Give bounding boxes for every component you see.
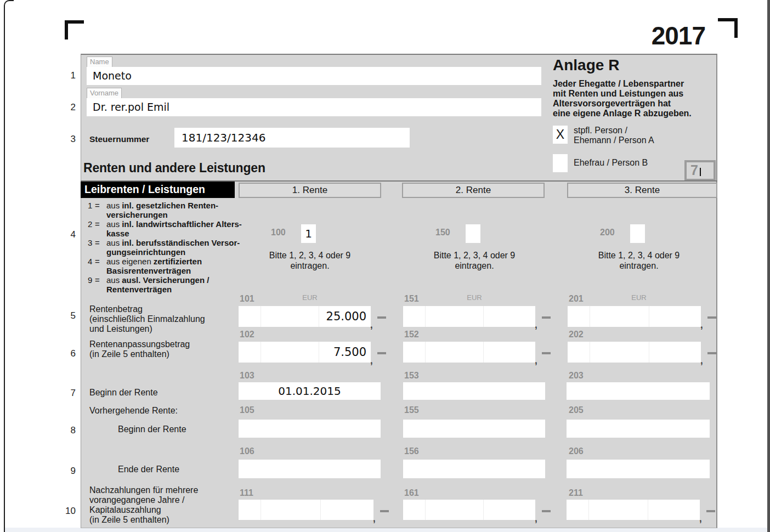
date-input-156[interactable] xyxy=(403,460,545,478)
code-hint-col1: Bitte 1, 2, 3, 4 oder 9 eintragen. xyxy=(244,250,376,271)
date-input-103[interactable]: 01.01.2015 xyxy=(239,382,381,400)
page-badge-value: 7 xyxy=(690,162,698,178)
legend-eq: = xyxy=(95,275,106,285)
amount-input-152[interactable] xyxy=(403,342,535,363)
legend-eq: = xyxy=(95,219,106,229)
legend-bold: zertifizierten xyxy=(154,257,202,266)
page-bottom-strip xyxy=(5,528,767,532)
legend-normal: aus xyxy=(106,238,120,247)
cents-dash xyxy=(377,316,386,319)
decimal-comma: , xyxy=(699,512,703,523)
amount-input-111[interactable] xyxy=(239,500,373,520)
legend-cont: Basisrentenverträgen xyxy=(106,266,247,275)
cents-dash xyxy=(542,316,551,319)
amount-input-102[interactable]: 7.500 xyxy=(239,342,371,363)
ende-der-rente-label: Ende der Rente xyxy=(118,465,179,474)
field-number-152: 152 xyxy=(404,330,419,339)
date-input-203[interactable] xyxy=(567,382,710,400)
line-number-10: 10 xyxy=(55,506,76,517)
table-header-leibrenten: Leibrenten / Leistungen xyxy=(81,182,235,198)
field-number-156: 156 xyxy=(404,446,419,456)
legend-eq: = xyxy=(95,257,106,266)
label-line: (einschließlich Einmalzahlung xyxy=(89,314,205,324)
decimal-comma: , xyxy=(700,354,704,365)
year-label: 2017 xyxy=(629,21,705,50)
cents-dash xyxy=(542,510,551,512)
code-hint-line1: Bitte 1, 2, 3, 4 oder 9 xyxy=(244,250,376,261)
anlage-r-title: Anlage R xyxy=(553,56,619,74)
anlage-note-line: mit Renten und Leistungen aus xyxy=(553,89,717,99)
field-number-211: 211 xyxy=(569,488,583,498)
legend-bold: inl. berufsständischen Versor- xyxy=(122,238,240,247)
section-heading: Renten und andere Leistungen xyxy=(83,161,265,176)
name-input[interactable]: Moneto xyxy=(87,67,541,85)
crop-mark-top-left-icon xyxy=(65,20,84,39)
legend-bold: ausl. Versicherungen / xyxy=(122,275,209,285)
field-number-155: 155 xyxy=(404,405,419,415)
decimal-comma: , xyxy=(700,318,704,329)
field-number-200: 200 xyxy=(600,228,615,237)
name-field-label: Name xyxy=(87,56,112,67)
rentenbetrag-label: Rentenbetrag (einschließlich Einmalzahlu… xyxy=(89,304,205,334)
decimal-comma: , xyxy=(370,318,373,329)
legend-num: 1 xyxy=(88,201,95,210)
date-input-106[interactable] xyxy=(239,460,381,478)
line-number-7: 7 xyxy=(55,388,76,399)
label-line: Rentenanpassungsbetrag xyxy=(89,339,190,349)
eur-label-col2: EUR xyxy=(409,293,540,302)
crop-mark-top-right-icon xyxy=(718,18,738,38)
legend-normal: aus xyxy=(106,219,120,229)
decimal-comma: , xyxy=(534,512,538,523)
cents-dash xyxy=(706,510,715,512)
label-line: (in Zeile 5 enthalten) xyxy=(89,515,198,525)
date-input-105[interactable] xyxy=(239,420,381,438)
page-edge-left xyxy=(4,0,14,532)
vorname-field-label: Vorname xyxy=(87,88,122,98)
anpassung-label: Rentenanpassungsbetrag (in Zeile 5 entha… xyxy=(89,339,190,359)
amount-input-151[interactable] xyxy=(403,306,535,327)
field-number-205: 205 xyxy=(569,405,584,415)
amount-input-202[interactable] xyxy=(568,342,701,363)
decimal-comma: , xyxy=(534,354,538,365)
anlage-note-line: Jeder Ehegatte / Lebenspartner xyxy=(553,79,717,89)
code-hint-line2: eintragen. xyxy=(409,261,540,271)
line-number-9: 9 xyxy=(55,466,76,477)
legend-eq: = xyxy=(95,238,106,247)
person-a-label-line1: stpfl. Person / xyxy=(574,126,654,135)
field-number-150: 150 xyxy=(435,228,450,237)
line-number-8: 8 xyxy=(55,425,76,436)
amount-input-101[interactable]: 25.000 xyxy=(239,306,371,327)
amount-input-201[interactable] xyxy=(568,306,701,327)
code-hint-col2: Bitte 1, 2, 3, 4 oder 9 eintragen. xyxy=(409,250,540,271)
text-cursor-icon xyxy=(700,168,701,176)
label-line: Rentenbetrag xyxy=(89,304,205,314)
line-number-6: 6 xyxy=(55,348,76,359)
legend-bold: inl. landwirtschaftlicher Alters- xyxy=(122,219,242,229)
line-number-2: 2 xyxy=(55,102,76,113)
code-input-100[interactable]: 1 xyxy=(301,224,316,243)
legend-normal: aus xyxy=(106,201,120,210)
date-input-155[interactable] xyxy=(403,420,545,438)
vorname-input[interactable]: Dr. rer.pol Emil xyxy=(87,98,541,116)
date-input-153[interactable] xyxy=(403,382,545,400)
amount-input-211[interactable] xyxy=(567,500,700,520)
legend-cont: gungseinrichtungen xyxy=(106,247,247,257)
field-number-161: 161 xyxy=(404,488,419,498)
date-input-206[interactable] xyxy=(567,460,710,478)
code-hint-line1: Bitte 1, 2, 3, 4 oder 9 xyxy=(409,250,540,261)
cents-dash xyxy=(707,352,716,354)
steuernummer-input[interactable]: 181/123/12346 xyxy=(174,128,410,148)
legend-num: 2 xyxy=(88,219,95,229)
line-number-1: 1 xyxy=(55,70,76,81)
nachzahlungen-label: Nachzahlungen für mehrere vorangegangene… xyxy=(89,485,198,525)
checkbox-person-a[interactable]: X xyxy=(553,126,568,144)
date-input-205[interactable] xyxy=(567,420,710,438)
code-input-200[interactable] xyxy=(630,224,645,243)
amount-input-161[interactable] xyxy=(403,500,535,520)
code-input-150[interactable] xyxy=(466,224,480,243)
legend-normal: aus eigenen xyxy=(106,257,151,266)
decimal-comma: , xyxy=(372,512,376,523)
anlage-r-form-page: 2017 1 2 3 4 5 6 7 8 9 10 Name Moneto Vo… xyxy=(0,0,770,532)
field-number-206: 206 xyxy=(569,446,584,456)
checkbox-person-b[interactable] xyxy=(553,154,568,172)
